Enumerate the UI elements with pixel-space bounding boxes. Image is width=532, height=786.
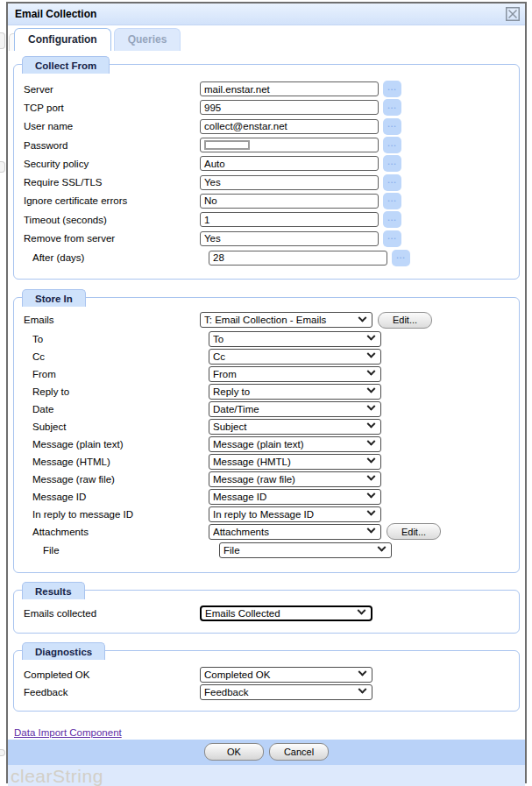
emails-row: Emails T: Email Collection - Emails Edit… [14, 310, 519, 330]
watermark-strip: clearString [8, 765, 525, 786]
ignore-cert-errors-label: Ignore certificate errors [24, 195, 200, 206]
completed-ok-label: Completed OK [24, 669, 200, 680]
tab-configuration[interactable]: Configuration [14, 28, 111, 51]
collect-from-section: Collect From Server mail.enstar.net ... … [13, 64, 520, 280]
data-import-component-link[interactable]: Data Import Component [14, 727, 122, 738]
message-plain-text-label: Message (plain text) [32, 439, 209, 450]
timeout-label: Timeout (seconds) [24, 215, 200, 225]
remove-from-server-input[interactable]: Yes [200, 231, 379, 246]
subject-select[interactable]: Subject [209, 419, 381, 435]
timeout-browse-button[interactable]: ... [383, 211, 401, 228]
after-days-label: After (days) [32, 252, 209, 263]
after-days-browse-button[interactable]: ... [392, 250, 410, 266]
background-fragment [0, 161, 5, 173]
message-id-row: Message ID Message ID [14, 488, 519, 506]
message-html-select[interactable]: Message (HMTL) [209, 454, 381, 470]
date-label: Date [32, 404, 209, 414]
reply-to-row: Reply to Reply to [14, 383, 519, 400]
in-reply-to-row: In reply to message ID In reply to Messa… [14, 506, 519, 523]
message-raw-file-row: Message (raw file) Message (raw file) [14, 471, 519, 488]
chevron-down-icon [378, 543, 387, 552]
password-label: Password [24, 140, 200, 151]
tcp-port-browse-button[interactable]: ... [383, 99, 401, 116]
server-label: Server [24, 84, 200, 95]
remove-from-server-browse-button[interactable]: ... [383, 230, 401, 247]
results-legend: Results [22, 582, 85, 599]
ignore-cert-errors-browse-button[interactable]: ... [383, 193, 401, 209]
chevron-down-icon [367, 490, 376, 499]
subject-label: Subject [32, 421, 209, 432]
tab-queries[interactable]: Queries [114, 28, 181, 51]
link-row: Data Import Component [14, 724, 520, 740]
require-ssl-label: Require SSL/TLS [24, 177, 200, 188]
clearstring-watermark: clearString [8, 766, 103, 786]
emails-collected-select[interactable]: Emails Collected [200, 605, 372, 621]
after-days-input[interactable]: 28 [209, 251, 387, 266]
background-fragment [0, 749, 5, 756]
chevron-down-icon [358, 685, 367, 694]
tcp-port-input[interactable]: 995 [200, 100, 379, 115]
completed-ok-select[interactable]: Completed OK [200, 667, 372, 683]
timeout-input[interactable]: 1 [200, 212, 379, 227]
emails-select[interactable]: T: Email Collection - Emails [200, 312, 372, 328]
password-row: Password ... [14, 136, 519, 154]
security-policy-row: Security policy Auto ... [14, 154, 519, 173]
message-id-select[interactable]: Message ID [209, 489, 381, 505]
attachments-edit-button[interactable]: Edit... [387, 523, 441, 540]
in-reply-to-select[interactable]: In reply to Message ID [209, 506, 381, 522]
ok-button[interactable]: OK [204, 743, 264, 761]
password-input[interactable] [200, 138, 379, 152]
feedback-select[interactable]: Feedback [200, 684, 372, 700]
user-name-browse-button[interactable]: ... [383, 118, 401, 135]
message-plain-text-select[interactable]: Message (plain text) [209, 436, 381, 452]
user-name-label: User name [24, 121, 200, 131]
server-browse-button[interactable]: ... [383, 81, 401, 97]
diagnostics-legend: Diagnostics [22, 642, 105, 660]
password-inner-field[interactable] [204, 140, 250, 150]
close-icon[interactable] [505, 7, 520, 22]
diagnostics-section: Diagnostics Completed OK Completed OK Fe… [13, 650, 520, 712]
cc-row: Cc Cc [14, 348, 519, 365]
attachments-select[interactable]: Attachments [209, 524, 381, 540]
dialog-title: Email Collection [15, 8, 505, 20]
chevron-down-icon [367, 455, 376, 464]
chevron-down-icon [367, 472, 376, 481]
emails-collected-label: Emails collected [24, 608, 200, 619]
emails-label: Emails [24, 315, 200, 325]
configuration-panel: Collect From Server mail.enstar.net ... … [8, 51, 525, 740]
file-select[interactable]: File [219, 542, 392, 558]
cc-select[interactable]: Cc [209, 349, 381, 365]
password-browse-button[interactable]: ... [383, 137, 401, 153]
chevron-down-icon [367, 402, 376, 411]
chevron-down-icon [367, 507, 376, 516]
server-input[interactable]: mail.enstar.net [200, 81, 379, 96]
security-policy-browse-button[interactable]: ... [383, 155, 401, 172]
emails-edit-button[interactable]: Edit... [378, 312, 432, 329]
user-name-input[interactable]: collect@enstar.net [200, 119, 379, 134]
store-in-legend: Store In [22, 289, 86, 307]
ignore-cert-errors-input[interactable]: No [200, 194, 379, 209]
chevron-down-icon [358, 606, 366, 615]
to-row: To To [14, 330, 519, 348]
chevron-down-icon [367, 367, 376, 376]
date-select[interactable]: Date/Time [209, 401, 381, 417]
emails-collected-row: Emails collected Emails Collected [14, 605, 519, 622]
title-bar: Email Collection [8, 4, 525, 25]
from-select[interactable]: From [209, 366, 381, 382]
require-ssl-browse-button[interactable]: ... [383, 174, 401, 191]
to-select[interactable]: To [209, 331, 381, 347]
from-label: From [32, 369, 209, 379]
cancel-button[interactable]: Cancel [269, 743, 329, 761]
message-plain-text-row: Message (plain text) Message (plain text… [14, 435, 519, 453]
require-ssl-input[interactable]: Yes [200, 175, 379, 190]
message-raw-file-label: Message (raw file) [32, 474, 209, 485]
dialog-button-bar: OK Cancel [8, 740, 525, 765]
reply-to-select[interactable]: Reply to [209, 384, 381, 400]
file-row: File File [14, 541, 519, 560]
message-raw-file-select[interactable]: Message (raw file) [209, 471, 381, 487]
chevron-down-icon [367, 332, 376, 341]
completed-ok-row: Completed OK Completed OK [14, 666, 519, 683]
tab-strip: Configuration Queries [8, 25, 525, 51]
timeout-row: Timeout (seconds) 1 ... [14, 210, 519, 229]
security-policy-input[interactable]: Auto [200, 156, 379, 171]
